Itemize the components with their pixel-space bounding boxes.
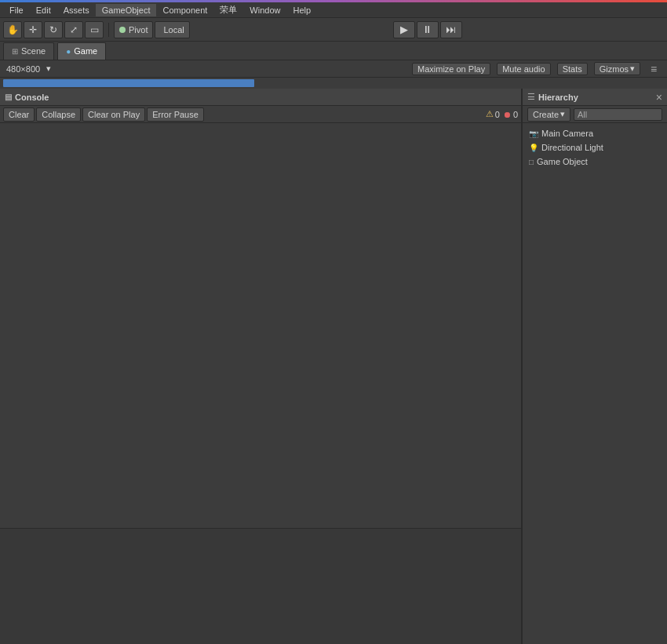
error-badge: ⏺ 0 xyxy=(503,110,518,119)
warning-count: 0 xyxy=(495,110,500,119)
light-icon: 💡 xyxy=(529,144,538,152)
hierarchy-item-main-camera[interactable]: 📷 Main Camera xyxy=(523,126,667,140)
hierarchy-body: 📷 Main Camera 💡 Directional Light □ Game… xyxy=(523,123,667,644)
toolbar-separator-1 xyxy=(108,23,109,37)
hierarchy-toolbar: Create ▾ All xyxy=(523,106,667,123)
hierarchy-panel: ☰ Hierarchy × Create ▾ All 📷 Main Camera… xyxy=(522,89,667,644)
game-tab-label: Game xyxy=(74,46,97,56)
error-count: 0 xyxy=(513,110,518,119)
hierarchy-header: ☰ Hierarchy × xyxy=(523,89,667,106)
game-tab-icon: ● xyxy=(66,47,71,56)
rect-tool-button[interactable]: ▭ xyxy=(85,21,104,38)
hierarchy-item-game-object[interactable]: □ Game Object xyxy=(523,155,667,169)
create-button[interactable]: Create ▾ xyxy=(527,107,570,122)
all-label: All xyxy=(578,110,587,119)
camera-icon: 📷 xyxy=(529,129,538,138)
gizmos-dropdown-icon: ▾ xyxy=(630,64,635,74)
scale-tool-button[interactable]: ⤢ xyxy=(64,21,83,38)
menu-custom[interactable]: 荣单 xyxy=(213,2,243,17)
console-toolbar: Clear Collapse Clear on Play Error Pause… xyxy=(0,106,521,123)
pivot-label: Pivot xyxy=(129,25,148,35)
console-body xyxy=(0,123,521,644)
resolution-dropdown-icon[interactable]: ▾ xyxy=(46,64,51,74)
console-icon: ▤ xyxy=(5,93,12,101)
collapse-button[interactable]: Collapse xyxy=(36,107,81,122)
stats-btn[interactable]: Stats xyxy=(557,63,588,75)
console-title-group: ▤ Console xyxy=(5,93,49,102)
pause-button[interactable]: ⏸ xyxy=(417,21,439,38)
scene-tab-label: Scene xyxy=(21,46,46,56)
pivot-toggle[interactable]: Pivot xyxy=(114,21,153,38)
menu-assets[interactable]: Assets xyxy=(57,4,96,16)
hierarchy-item-directional-light[interactable]: 💡 Directional Light xyxy=(523,140,667,155)
mute-audio-btn[interactable]: Mute audio xyxy=(497,63,550,75)
pivot-dot xyxy=(119,27,126,33)
error-pause-button[interactable]: Error Pause xyxy=(147,107,204,122)
loading-bar-container xyxy=(0,78,667,89)
play-controls: ▶ ⏸ ⏭ xyxy=(393,21,462,38)
console-panel: ▤ Console Clear Collapse Clear on Play E… xyxy=(0,89,522,644)
hand-tool-button[interactable]: ✋ xyxy=(3,21,22,38)
clear-on-play-button[interactable]: Clear on Play xyxy=(82,107,145,122)
console-detail-area[interactable] xyxy=(0,529,521,644)
clear-button[interactable]: Clear xyxy=(3,107,35,122)
hierarchy-icon: ☰ xyxy=(527,92,535,102)
rotate-tool-button[interactable]: ↻ xyxy=(44,21,63,38)
gizmos-label: Gizmos xyxy=(600,64,629,74)
game-view-bar: 480×800 ▾ Maximize on Play Mute audio St… xyxy=(0,60,667,78)
directional-light-label: Directional Light xyxy=(541,143,603,152)
menu-edit[interactable]: Edit xyxy=(30,4,57,16)
local-label: Local xyxy=(163,25,184,35)
toolbar: ✋ ✛ ↻ ⤢ ▭ Pivot Local ▶ ⏸ ⏭ xyxy=(0,18,667,42)
tab-game[interactable]: ● Game xyxy=(57,42,106,60)
local-toggle[interactable]: Local xyxy=(155,21,189,38)
tab-scene[interactable]: ⊞ Scene xyxy=(3,42,54,60)
console-header: ▤ Console xyxy=(0,89,521,106)
hierarchy-search[interactable]: All xyxy=(574,108,662,121)
panel-menu-icon[interactable]: ≡ xyxy=(647,62,661,76)
menu-file[interactable]: File xyxy=(3,4,30,16)
menu-window[interactable]: Window xyxy=(243,4,286,16)
error-icon: ⏺ xyxy=(503,110,512,119)
menu-gameobject[interactable]: GameObject xyxy=(96,4,157,16)
console-title-label: Console xyxy=(15,93,49,102)
maximize-on-play-btn[interactable]: Maximize on Play xyxy=(412,63,490,75)
play-button[interactable]: ▶ xyxy=(393,21,415,38)
resolution-label: 480×800 xyxy=(6,64,40,74)
main-area: ▤ Console Clear Collapse Clear on Play E… xyxy=(0,89,667,644)
warning-icon: ⚠ xyxy=(486,109,494,119)
scene-tab-icon: ⊞ xyxy=(12,47,18,56)
create-label: Create xyxy=(533,110,559,119)
menu-component[interactable]: Component xyxy=(156,4,213,16)
main-camera-label: Main Camera xyxy=(541,129,593,138)
menu-bar: File Edit Assets GameObject Component 荣单… xyxy=(0,2,667,18)
menu-help[interactable]: Help xyxy=(286,4,317,16)
console-badges: ⚠ 0 ⏺ 0 xyxy=(486,109,518,119)
step-button[interactable]: ⏭ xyxy=(440,21,462,38)
loading-bar xyxy=(3,79,254,87)
warning-badge: ⚠ 0 xyxy=(486,109,500,119)
gizmos-btn[interactable]: Gizmos ▾ xyxy=(594,62,640,75)
gameobject-icon: □ xyxy=(529,158,534,166)
hierarchy-close-btn[interactable]: × xyxy=(656,91,662,104)
hierarchy-title-label: Hierarchy xyxy=(538,93,653,102)
move-tool-button[interactable]: ✛ xyxy=(24,21,42,38)
view-tabs-row: ⊞ Scene ● Game xyxy=(0,42,667,60)
game-object-label: Game Object xyxy=(537,157,588,166)
create-dropdown-icon: ▾ xyxy=(560,109,565,119)
console-messages-area[interactable] xyxy=(0,123,521,529)
